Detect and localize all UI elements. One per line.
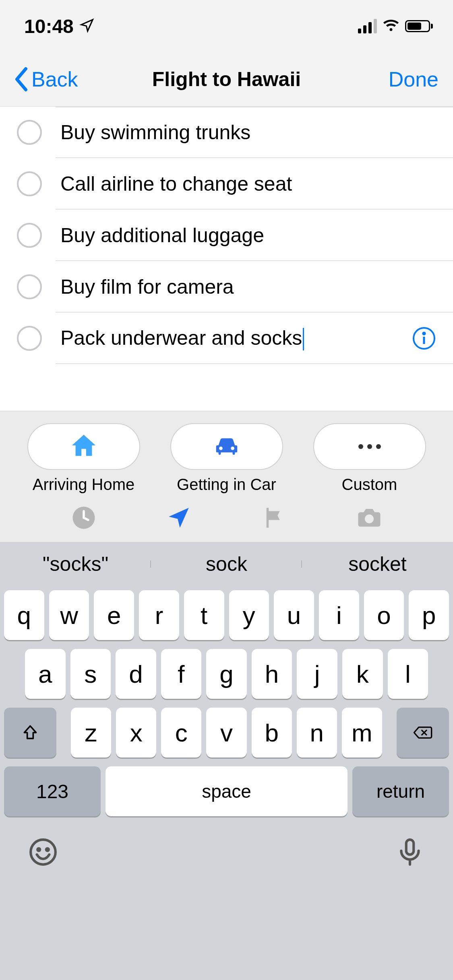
custom-reminder-button[interactable] <box>313 423 426 470</box>
key-h[interactable]: h <box>252 649 292 699</box>
reminder-options-panel: Arriving Home Getting in Car Custom <box>0 411 453 542</box>
location-services-icon <box>79 18 95 35</box>
wifi-icon <box>383 17 399 35</box>
task-checkbox[interactable] <box>17 274 42 299</box>
key-t[interactable]: t <box>184 590 224 640</box>
reminder-toolbar <box>20 494 433 542</box>
reminder-option-home: Arriving Home <box>20 423 147 494</box>
key-d[interactable]: d <box>116 649 156 699</box>
task-text: Call airline to change seat <box>60 172 292 196</box>
reminder-option-custom: Custom <box>306 423 433 494</box>
svg-point-9 <box>46 848 49 851</box>
key-k[interactable]: k <box>342 649 383 699</box>
key-numbers[interactable]: 123 <box>4 766 101 816</box>
svg-rect-10 <box>406 840 414 854</box>
task-text: Buy swimming trunks <box>60 121 250 144</box>
task-checkbox[interactable] <box>17 120 42 145</box>
task-list: Buy swimming trunks Call airline to chan… <box>0 107 453 364</box>
getting-in-car-button[interactable] <box>170 423 283 470</box>
key-f[interactable]: f <box>161 649 202 699</box>
svg-point-4 <box>365 515 374 523</box>
task-row[interactable]: Buy swimming trunks <box>0 107 453 158</box>
status-right <box>358 17 433 35</box>
camera-icon[interactable] <box>355 504 383 532</box>
task-checkbox[interactable] <box>17 171 42 196</box>
task-checkbox[interactable] <box>17 223 42 248</box>
key-n[interactable]: n <box>297 708 337 758</box>
battery-icon <box>405 20 433 32</box>
task-row[interactable]: Call airline to change seat <box>0 158 453 210</box>
key-p[interactable]: p <box>409 590 449 640</box>
dictation-button[interactable] <box>395 837 425 869</box>
cellular-icon <box>358 19 377 33</box>
key-j[interactable]: j <box>297 649 337 699</box>
status-bar: 10:48 <box>0 0 453 52</box>
navigation-bar: Back Flight to Hawaii Done <box>0 52 453 107</box>
svg-point-7 <box>31 840 56 865</box>
task-text: Buy film for camera <box>60 275 234 299</box>
info-button[interactable] <box>412 326 436 350</box>
done-button[interactable]: Done <box>389 67 439 91</box>
pill-label: Custom <box>342 476 397 494</box>
suggestion-3[interactable]: socket <box>302 552 453 576</box>
pill-label: Arriving Home <box>33 476 134 494</box>
task-row-editing[interactable]: Pack underwear and socks <box>0 313 453 364</box>
key-b[interactable]: b <box>252 708 292 758</box>
keyboard: "socks" sock socket q w e r t y u i o p … <box>0 542 453 980</box>
key-m[interactable]: m <box>342 708 382 758</box>
svg-point-1 <box>423 332 425 334</box>
suggestion-2[interactable]: sock <box>151 552 302 576</box>
key-g[interactable]: g <box>206 649 247 699</box>
key-l[interactable]: l <box>388 649 428 699</box>
key-o[interactable]: o <box>364 590 404 640</box>
clock-icon[interactable] <box>70 504 98 532</box>
key-q[interactable]: q <box>4 590 44 640</box>
key-space[interactable]: space <box>105 766 348 816</box>
key-e[interactable]: e <box>94 590 134 640</box>
key-x[interactable]: x <box>116 708 156 758</box>
task-row[interactable]: Buy film for camera <box>0 261 453 313</box>
location-icon[interactable] <box>165 504 193 532</box>
key-c[interactable]: c <box>161 708 201 758</box>
keyboard-keys: q w e r t y u i o p a s d f g h j k l <box>0 586 453 825</box>
keyboard-suggestions: "socks" sock socket <box>0 542 453 586</box>
key-z[interactable]: z <box>71 708 111 758</box>
svg-point-8 <box>37 848 40 851</box>
key-backspace[interactable] <box>397 708 449 758</box>
reminder-option-car: Getting in Car <box>163 423 290 494</box>
status-left: 10:48 <box>24 15 95 37</box>
pill-label: Getting in Car <box>177 476 276 494</box>
key-s[interactable]: s <box>70 649 111 699</box>
keyboard-bottom-row <box>0 825 453 980</box>
key-shift[interactable] <box>4 708 56 758</box>
key-v[interactable]: v <box>206 708 246 758</box>
key-r[interactable]: r <box>139 590 179 640</box>
key-u[interactable]: u <box>274 590 314 640</box>
suggestion-1[interactable]: "socks" <box>0 552 151 576</box>
reminder-pill-row: Arriving Home Getting in Car Custom <box>20 423 433 494</box>
key-a[interactable]: a <box>25 649 66 699</box>
flag-icon[interactable] <box>260 504 288 532</box>
text-cursor <box>303 328 304 350</box>
key-w[interactable]: w <box>49 590 89 640</box>
ellipsis-icon <box>358 444 381 449</box>
task-text-editing[interactable]: Pack underwear and socks <box>60 326 304 351</box>
key-y[interactable]: y <box>229 590 269 640</box>
back-label: Back <box>31 67 78 91</box>
key-return[interactable]: return <box>352 766 449 816</box>
task-checkbox[interactable] <box>17 326 42 351</box>
content-spacer <box>0 364 453 411</box>
task-row[interactable]: Buy additional luggage <box>0 210 453 261</box>
key-i[interactable]: i <box>319 590 359 640</box>
back-button[interactable]: Back <box>14 67 78 91</box>
arriving-home-button[interactable] <box>27 423 140 470</box>
task-text: Buy additional luggage <box>60 224 264 247</box>
emoji-button[interactable] <box>28 837 58 869</box>
status-time: 10:48 <box>24 15 74 37</box>
